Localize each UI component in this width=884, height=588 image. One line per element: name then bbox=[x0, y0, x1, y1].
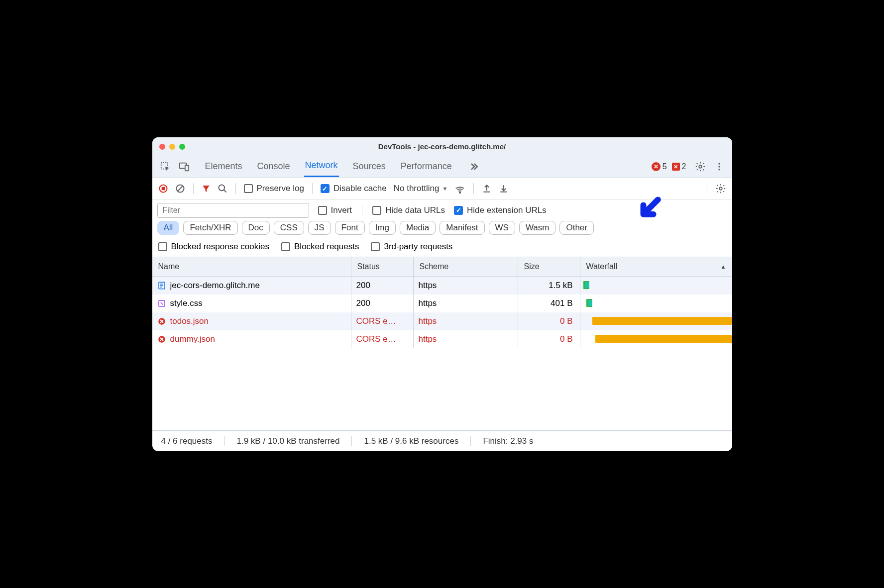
console-errors-badge[interactable]: ✕5 bbox=[652, 162, 667, 171]
type-chip-doc[interactable]: Doc bbox=[242, 221, 270, 235]
extra-filters: Blocked response cookies Blocked request… bbox=[152, 240, 732, 257]
status-transferred: 1.9 kB / 10.0 kB transferred bbox=[237, 436, 340, 446]
record-button[interactable] bbox=[158, 184, 168, 194]
request-status: CORS e… bbox=[351, 330, 414, 348]
invert-checkbox[interactable]: Invert bbox=[318, 205, 352, 215]
network-conditions-icon[interactable] bbox=[454, 183, 465, 194]
table-row[interactable]: dummy.json CORS e… https 0 B bbox=[152, 330, 732, 348]
error-counts: ✕5 ✕2 bbox=[652, 162, 686, 171]
svg-point-6 bbox=[718, 169, 720, 170]
search-icon[interactable] bbox=[218, 184, 227, 194]
request-status: CORS e… bbox=[351, 312, 414, 330]
sort-indicator-icon: ▲ bbox=[721, 264, 726, 270]
table-row[interactable]: style.css 200 https 401 B bbox=[152, 294, 732, 312]
status-bar: 4 / 6 requests 1.9 kB / 10.0 kB transfer… bbox=[152, 431, 732, 451]
type-chip-ws[interactable]: WS bbox=[489, 221, 515, 235]
panel-tabs: Elements Console Network Sources Perform… bbox=[204, 156, 649, 177]
request-name: style.css bbox=[170, 298, 203, 308]
request-waterfall bbox=[580, 330, 732, 348]
type-chip-manifest[interactable]: Manifest bbox=[440, 221, 484, 235]
svg-rect-8 bbox=[161, 187, 165, 191]
clear-button[interactable] bbox=[175, 184, 185, 194]
network-settings-icon[interactable] bbox=[715, 183, 726, 194]
extension-errors-badge[interactable]: ✕2 bbox=[672, 162, 686, 171]
hide-extension-urls-checkbox[interactable]: Hide extension URLs bbox=[454, 205, 547, 215]
error-icon bbox=[157, 335, 166, 344]
settings-icon[interactable] bbox=[692, 159, 708, 175]
svg-point-12 bbox=[719, 187, 722, 190]
filter-icon[interactable] bbox=[202, 184, 211, 193]
request-scheme: https bbox=[414, 312, 518, 330]
throttling-select[interactable]: No throttling ▼ bbox=[394, 184, 448, 194]
tab-console[interactable]: Console bbox=[256, 157, 291, 177]
type-chip-font[interactable]: Font bbox=[335, 221, 365, 235]
svg-point-4 bbox=[718, 163, 720, 165]
svg-point-3 bbox=[699, 165, 702, 168]
titlebar: DevTools - jec-cors-demo.glitch.me/ bbox=[152, 137, 732, 156]
request-waterfall bbox=[580, 312, 732, 330]
col-status[interactable]: Status bbox=[351, 257, 414, 276]
request-size: 0 B bbox=[518, 312, 580, 330]
request-waterfall bbox=[580, 294, 732, 312]
request-size: 401 B bbox=[518, 294, 580, 312]
request-scheme: https bbox=[414, 330, 518, 348]
hide-data-urls-checkbox[interactable]: Hide data URLs bbox=[372, 205, 445, 215]
status-finish: Finish: 2.93 s bbox=[483, 436, 533, 446]
export-har-icon[interactable] bbox=[482, 184, 492, 194]
status-requests: 4 / 6 requests bbox=[161, 436, 213, 446]
type-chip-all[interactable]: All bbox=[157, 221, 180, 235]
stylesheet-icon bbox=[157, 299, 166, 308]
table-row[interactable]: jec-cors-demo.glitch.me 200 https 1.5 kB bbox=[152, 277, 732, 294]
blocked-cookies-checkbox[interactable]: Blocked response cookies bbox=[158, 242, 270, 252]
filter-bar: Invert Hide data URLs Hide extension URL… bbox=[152, 200, 732, 220]
svg-point-11 bbox=[459, 192, 460, 193]
tab-network[interactable]: Network bbox=[304, 156, 339, 177]
inspect-icon[interactable] bbox=[157, 159, 173, 175]
network-toolbar: Preserve log Disable cache No throttling… bbox=[152, 178, 732, 200]
col-name[interactable]: Name bbox=[152, 257, 351, 276]
svg-rect-2 bbox=[185, 165, 188, 171]
col-scheme[interactable]: Scheme bbox=[414, 257, 518, 276]
error-icon bbox=[157, 317, 166, 326]
chevron-down-icon: ▼ bbox=[442, 186, 447, 192]
more-tabs-icon[interactable] bbox=[466, 159, 482, 175]
network-table-body: jec-cors-demo.glitch.me 200 https 1.5 kB… bbox=[152, 277, 732, 431]
request-waterfall bbox=[580, 277, 732, 294]
tab-sources[interactable]: Sources bbox=[352, 157, 387, 177]
tab-performance[interactable]: Performance bbox=[400, 157, 453, 177]
col-size[interactable]: Size bbox=[518, 257, 580, 276]
window-title: DevTools - jec-cors-demo.glitch.me/ bbox=[152, 142, 732, 151]
import-har-icon[interactable] bbox=[499, 184, 509, 194]
type-chip-js[interactable]: JS bbox=[308, 221, 331, 235]
type-chip-css[interactable]: CSS bbox=[274, 221, 304, 235]
blocked-requests-checkbox[interactable]: Blocked requests bbox=[281, 242, 359, 252]
request-status: 200 bbox=[351, 294, 414, 312]
col-waterfall[interactable]: Waterfall▲ bbox=[580, 257, 732, 276]
type-chip-fetchxhr[interactable]: Fetch/XHR bbox=[183, 221, 237, 235]
resource-type-filters: All Fetch/XHR Doc CSS JS Font Img Media … bbox=[152, 220, 732, 240]
status-resources: 1.5 kB / 9.6 kB resources bbox=[364, 436, 458, 446]
disable-cache-checkbox[interactable]: Disable cache bbox=[321, 184, 387, 194]
request-scheme: https bbox=[414, 294, 518, 312]
request-size: 0 B bbox=[518, 330, 580, 348]
request-name: dummy.json bbox=[170, 334, 215, 344]
request-name: todos.json bbox=[170, 316, 209, 326]
main-tabs-bar: Elements Console Network Sources Perform… bbox=[152, 156, 732, 178]
more-menu-icon[interactable] bbox=[711, 159, 727, 175]
svg-point-10 bbox=[219, 185, 224, 191]
type-chip-wasm[interactable]: Wasm bbox=[519, 221, 556, 235]
network-table-header: Name Status Scheme Size Waterfall▲ bbox=[152, 257, 732, 277]
svg-point-5 bbox=[718, 166, 720, 167]
filter-input[interactable] bbox=[157, 203, 309, 218]
preserve-log-checkbox[interactable]: Preserve log bbox=[244, 184, 304, 194]
type-chip-img[interactable]: Img bbox=[369, 221, 396, 235]
type-chip-media[interactable]: Media bbox=[400, 221, 436, 235]
table-row[interactable]: todos.json CORS e… https 0 B bbox=[152, 312, 732, 330]
request-size: 1.5 kB bbox=[518, 277, 580, 294]
type-chip-other[interactable]: Other bbox=[559, 221, 594, 235]
request-status: 200 bbox=[351, 277, 414, 294]
device-toolbar-icon[interactable] bbox=[176, 159, 192, 175]
request-scheme: https bbox=[414, 277, 518, 294]
third-party-checkbox[interactable]: 3rd-party requests bbox=[371, 242, 452, 252]
tab-elements[interactable]: Elements bbox=[204, 157, 243, 177]
